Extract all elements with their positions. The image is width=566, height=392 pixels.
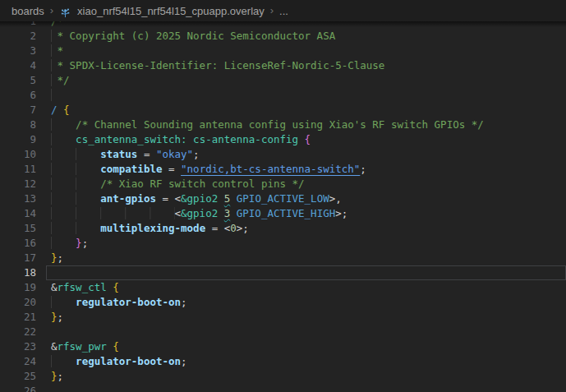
code-token: ; <box>82 237 89 249</box>
code-line[interactable]: 20 regulator-boot-on; <box>0 295 566 310</box>
code-token: < <box>175 207 182 219</box>
code-token: ; <box>58 311 64 323</box>
code-token <box>51 222 100 234</box>
code-token <box>51 237 76 249</box>
line-number: 16 <box>0 236 46 251</box>
code-token: regulator-boot-on <box>76 296 181 308</box>
code-line[interactable]: 21}; <box>0 310 566 325</box>
code-token <box>51 74 58 86</box>
code-line[interactable]: 16 }; <box>0 236 566 251</box>
line-number: 15 <box>0 221 46 236</box>
code-line[interactable]: 19&rfsw_ctl { <box>0 280 566 295</box>
breadcrumb-item-boards[interactable]: boards <box>12 5 44 17</box>
code-line-content <box>46 265 566 280</box>
breadcrumb-item-symbol-ellipsis[interactable]: ... <box>279 5 288 17</box>
code-line[interactable]: 18 <box>0 265 566 280</box>
code-line-content: regulator-boot-on; <box>46 295 566 310</box>
code-token: cs-antenna-config <box>193 133 298 145</box>
code-line[interactable]: 10 status = "okay"; <box>0 147 566 162</box>
code-token: } <box>51 370 58 382</box>
line-number: 22 <box>0 325 46 339</box>
devicetree-file-icon <box>59 6 71 18</box>
code-line[interactable]: 4 * SPDX-License-Identifier: LicenseRef-… <box>0 58 566 73</box>
code-token: "nordic,bt-cs-antenna-switch" <box>181 163 360 175</box>
code-token: & <box>51 281 58 293</box>
code-token: ; <box>181 296 187 308</box>
code-line[interactable]: 11 compatible = "nordic,bt-cs-antenna-sw… <box>0 162 566 177</box>
code-line[interactable]: 7/ { <box>0 103 566 118</box>
code-token: = <box>137 148 156 160</box>
code-line[interactable]: 14 <&gpio2 3 GPIO_ACTIVE_HIGH>; <box>0 206 566 221</box>
chevron-right-icon: › <box>50 4 53 16</box>
line-number: 3 <box>0 44 46 58</box>
code-token: rfsw_ctl <box>58 281 107 293</box>
line-number: 25 <box>0 369 46 384</box>
code-line[interactable]: 22 <box>0 325 566 339</box>
code-token <box>218 192 224 205</box>
code-token <box>51 296 76 308</box>
code-token <box>51 192 100 205</box>
code-line[interactable]: 13 ant-gpios = <&gpio2 5 GPIO_ACTIVE_LOW… <box>0 191 566 206</box>
code-line[interactable]: 3 * <box>0 44 566 58</box>
code-token <box>51 59 58 71</box>
code-line[interactable]: 24 regulator-boot-on; <box>0 354 566 369</box>
code-token: status <box>100 148 137 160</box>
line-number: 1 <box>0 21 46 29</box>
code-line[interactable]: 8 /* Channel Sounding antenna config usi… <box>0 118 566 132</box>
code-line-content: compatible = "nordic,bt-cs-antenna-switc… <box>46 162 566 177</box>
code-editor[interactable]: 1/*2 * Copyright (c) 2025 Nordic Semicon… <box>0 21 566 392</box>
line-number: 10 <box>0 147 46 162</box>
code-token: /* Channel Sounding antenna config using… <box>76 118 484 131</box>
code-line-content: &rfsw_ctl { <box>46 280 566 295</box>
code-token: &gpio2 <box>181 207 218 219</box>
code-token <box>51 30 58 42</box>
code-line-content <box>46 384 566 392</box>
code-line[interactable]: 6 <box>0 88 566 103</box>
code-line[interactable]: 9 cs_antenna_switch: cs-antenna-config { <box>0 132 566 147</box>
line-number: 9 <box>0 132 46 147</box>
line-number: 19 <box>0 280 46 295</box>
code-token: /* <box>51 21 63 27</box>
code-lines: 1/*2 * Copyright (c) 2025 Nordic Semicon… <box>0 21 566 392</box>
code-line-content: /* Channel Sounding antenna config using… <box>46 118 566 132</box>
code-line[interactable]: 5 */ <box>0 73 566 88</box>
code-token: compatible <box>100 163 162 175</box>
code-token: * SPDX-License-Identifier: LicenseRef-No… <box>58 59 385 71</box>
code-line-content: * <box>46 44 566 58</box>
code-token <box>51 207 175 219</box>
code-line-content: }; <box>46 310 566 325</box>
code-token: >; <box>335 207 347 219</box>
code-line-content: /* Xiao RF switch control pins */ <box>46 177 566 191</box>
code-line[interactable]: 17}; <box>0 251 566 265</box>
code-token <box>51 118 76 131</box>
code-token <box>51 163 100 175</box>
code-line-content: regulator-boot-on; <box>46 354 566 369</box>
code-line[interactable]: 15 multiplexing-mode = <0>; <box>0 221 566 236</box>
code-line[interactable]: 23&rfsw_pwr { <box>0 339 566 354</box>
code-token: * Copyright (c) 2025 Nordic Semiconducto… <box>58 30 336 42</box>
code-line-content: */ <box>46 73 566 88</box>
code-token: cs_antenna_switch: <box>76 133 186 145</box>
code-token <box>187 133 194 145</box>
code-token: regulator-boot-on <box>76 355 181 367</box>
code-token: &gpio2 <box>181 192 218 205</box>
code-token: */ <box>58 74 70 86</box>
line-number: 17 <box>0 251 46 265</box>
code-line[interactable]: 26 <box>0 384 566 392</box>
code-token: = < <box>156 192 181 205</box>
code-line[interactable]: 12 /* Xiao RF switch control pins */ <box>0 177 566 191</box>
code-line-content <box>46 325 566 339</box>
code-line[interactable]: 2 * Copyright (c) 2025 Nordic Semiconduc… <box>0 29 566 44</box>
code-token: ; <box>360 163 366 175</box>
code-line-content: }; <box>46 251 566 265</box>
line-number: 26 <box>0 384 46 392</box>
line-number: 7 <box>0 103 46 118</box>
breadcrumb-item-file[interactable]: xiao_nrf54l15_nrf54l15_cpuapp.overlay <box>77 5 265 17</box>
code-line[interactable]: 25}; <box>0 369 566 384</box>
line-number: 4 <box>0 58 46 73</box>
code-token: { <box>113 340 119 353</box>
code-line-content: status = "okay"; <box>46 147 566 162</box>
code-line[interactable]: 1/* <box>0 21 566 29</box>
line-number: 12 <box>0 177 46 191</box>
code-token <box>298 133 305 145</box>
